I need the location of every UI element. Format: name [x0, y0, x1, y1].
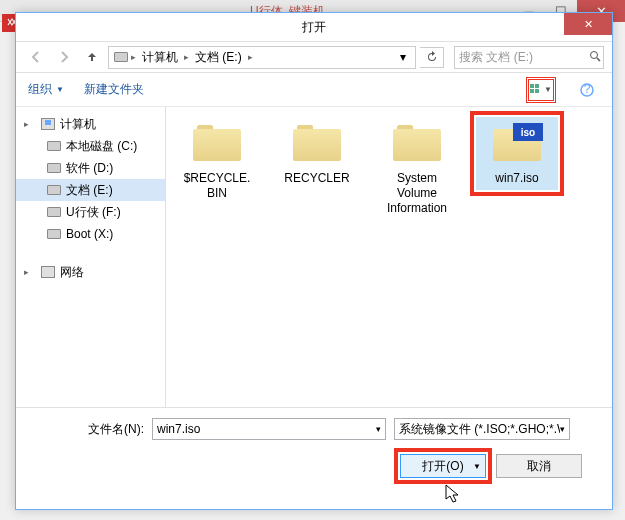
drive-icon — [46, 160, 62, 176]
svg-point-0 — [591, 51, 598, 58]
drive-icon — [46, 138, 62, 154]
dialog-bottom-panel: 文件名(N): win7.iso ▾ 系统镜像文件 (*.ISO;*.GHO;*… — [16, 407, 612, 503]
view-options-button[interactable]: ▼ — [528, 79, 554, 101]
tree-drive-d[interactable]: 软件 (D:) — [16, 157, 165, 179]
chevron-right-icon: ▸ — [248, 52, 253, 62]
navigation-tree: ▸ 计算机 本地磁盘 (C:) 软件 (D:) 文档 (E:) U行侠 (F:)… — [16, 107, 166, 407]
drive-icon — [46, 204, 62, 220]
svg-rect-5 — [535, 89, 539, 93]
chevron-right-icon: ▸ — [184, 52, 189, 62]
tree-drive-e[interactable]: 文档 (E:) — [16, 179, 165, 201]
file-item-iso[interactable]: iso win7.iso — [476, 117, 558, 190]
svg-rect-3 — [535, 84, 539, 88]
file-label: win7.iso — [495, 171, 538, 186]
breadcrumb-computer[interactable]: 计算机 — [138, 49, 182, 66]
file-label: System Volume Information — [380, 171, 454, 216]
open-file-dialog: 打开 ✕ ▸ 计算机 ▸ 文档 (E:) ▸ ▾ 搜索 文档 (E:) 组织▼ … — [15, 12, 613, 510]
open-button[interactable]: 打开(O) ▼ — [400, 454, 486, 478]
chevron-right-icon: ▸ — [131, 52, 136, 62]
breadcrumb[interactable]: ▸ 计算机 ▸ 文档 (E:) ▸ ▾ — [108, 46, 416, 69]
split-button-arrow[interactable]: ▼ — [473, 462, 481, 471]
help-button[interactable]: ? — [574, 79, 600, 101]
content-area: ▸ 计算机 本地磁盘 (C:) 软件 (D:) 文档 (E:) U行侠 (F:)… — [16, 107, 612, 407]
tree-drive-x[interactable]: Boot (X:) — [16, 223, 165, 245]
organize-menu[interactable]: 组织▼ — [28, 81, 64, 98]
svg-rect-2 — [530, 84, 534, 88]
tree-computer[interactable]: ▸ 计算机 — [16, 113, 165, 135]
dialog-title: 打开 — [302, 19, 326, 36]
dialog-close-button[interactable]: ✕ — [564, 13, 612, 35]
folder-icon — [189, 121, 245, 165]
svg-text:?: ? — [584, 83, 591, 96]
search-icon[interactable] — [589, 50, 601, 65]
drive-icon — [113, 49, 129, 65]
search-input[interactable]: 搜索 文档 (E:) — [454, 46, 604, 69]
iso-file-icon: iso — [489, 121, 545, 165]
cancel-button[interactable]: 取消 — [496, 454, 582, 478]
filename-input[interactable]: win7.iso ▾ — [152, 418, 386, 440]
network-icon — [40, 264, 56, 280]
drive-icon — [46, 226, 62, 242]
toolbar: 组织▼ 新建文件夹 ▼ ? — [16, 73, 612, 107]
up-button[interactable] — [80, 45, 104, 69]
filename-label: 文件名(N): — [32, 421, 144, 438]
file-item-folder[interactable]: RECYCLER — [276, 117, 358, 190]
tree-drive-c[interactable]: 本地磁盘 (C:) — [16, 135, 165, 157]
tree-network[interactable]: ▸ 网络 — [16, 261, 165, 283]
tree-drive-f[interactable]: U行侠 (F:) — [16, 201, 165, 223]
file-label: RECYCLER — [284, 171, 349, 186]
filetype-filter[interactable]: 系统镜像文件 (*.ISO;*.GHO;*.W ▾ — [394, 418, 570, 440]
forward-button[interactable] — [52, 45, 76, 69]
dialog-titlebar: 打开 ✕ — [16, 13, 612, 41]
file-item-folder[interactable]: $RECYCLE.BIN — [176, 117, 258, 205]
search-placeholder: 搜索 文档 (E:) — [459, 49, 533, 66]
back-button[interactable] — [24, 45, 48, 69]
folder-icon — [289, 121, 345, 165]
refresh-button[interactable] — [420, 47, 444, 68]
file-list[interactable]: $RECYCLE.BIN RECYCLER System Volume Info… — [166, 107, 612, 407]
file-label: $RECYCLE.BIN — [180, 171, 254, 201]
expand-icon[interactable]: ▸ — [24, 267, 36, 277]
expand-icon[interactable]: ▸ — [24, 119, 36, 129]
address-bar: ▸ 计算机 ▸ 文档 (E:) ▸ ▾ 搜索 文档 (E:) — [16, 41, 612, 73]
breadcrumb-drive[interactable]: 文档 (E:) — [191, 49, 246, 66]
svg-line-1 — [597, 58, 600, 61]
svg-rect-4 — [530, 89, 534, 93]
chevron-down-icon[interactable]: ▾ — [376, 424, 381, 434]
drive-icon — [46, 182, 62, 198]
file-item-folder[interactable]: System Volume Information — [376, 117, 458, 220]
computer-icon — [40, 116, 56, 132]
breadcrumb-dropdown[interactable]: ▾ — [393, 47, 411, 68]
chevron-down-icon[interactable]: ▾ — [560, 424, 565, 434]
new-folder-button[interactable]: 新建文件夹 — [84, 81, 144, 98]
folder-icon — [389, 121, 445, 165]
